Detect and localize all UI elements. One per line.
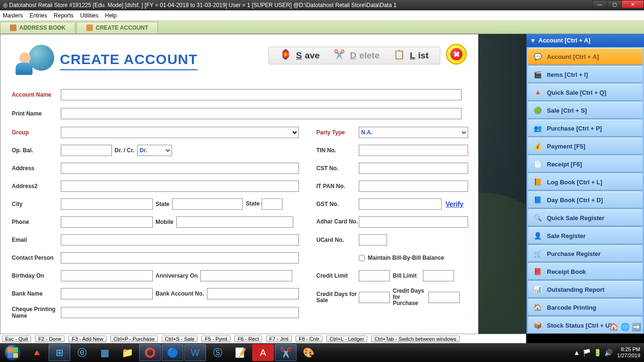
tray-battery-icon[interactable]: 🔋 [594,349,602,356]
sidebar-item-8[interactable]: 📘Day Book [Ctrl + D] [528,191,643,208]
window-close-button[interactable]: ✕ [621,0,644,8]
taskbar-opera-icon[interactable]: ⭕ [139,344,161,361]
sk-f5[interactable]: F5 - Pymt [201,336,231,342]
bankname-input[interactable] [61,288,153,299]
adhar-input[interactable] [359,216,468,228]
label-print-name: Print Name [12,110,61,117]
birthday-input[interactable] [61,270,153,281]
tin-input[interactable] [359,145,468,156]
ucard-input[interactable] [359,234,387,246]
statecode-input[interactable] [262,198,282,210]
drcr-select[interactable]: Dr. [137,145,172,156]
label-adhar: Adhar Card No. [316,219,359,225]
sidebar-item-2[interactable]: 🔺Quick Sale [Ctrl + Q] [528,84,643,101]
sk-f3[interactable]: F3 - Add New [68,336,107,342]
taskbar-snip-icon[interactable]: ✂️ [275,344,297,361]
cdpurchase-input[interactable] [429,292,460,303]
sk-esc[interactable]: Esc - Quit [2,336,31,342]
form-close-button[interactable]: ✖ [446,44,467,65]
sidebar-item-11[interactable]: 🛒Purchase Register [528,245,643,262]
taskbar-skype-icon[interactable]: Ⓢ [207,344,229,361]
taskbar-notes-icon[interactable]: 📝 [230,344,251,361]
menu-reports[interactable]: Reports [54,12,74,19]
opbal-input[interactable] [61,145,112,156]
taskbar-app2-icon[interactable]: ▦ [94,344,116,361]
delete-button[interactable]: ✂️ Delete [334,49,380,62]
group-select[interactable] [61,127,299,138]
taskbar-paint-icon[interactable]: 🎨 [297,344,319,361]
taskbar-ie-icon[interactable]: ⓔ [71,344,93,361]
sidebar-item-10[interactable]: 👤Sale Register [528,227,643,244]
sk-ctrls[interactable]: Ctrl+S - Sale [162,336,198,342]
sk-ctrltab[interactable]: Ctrl+Tab - Switch between windows [371,336,459,342]
address2-input[interactable] [61,181,299,192]
cheque-input[interactable] [61,307,299,318]
sidebar-item-1[interactable]: 🎬Items [Ctrl + I] [528,66,643,83]
cst-input[interactable] [359,163,468,174]
account-name-input[interactable] [61,89,462,100]
sidebar-item-3[interactable]: 🟢Sale [Ctrl + S] [528,102,643,119]
sk-f2[interactable]: F2 - Done [35,336,65,342]
sidebar-item-13[interactable]: 📊Outstanding Report [528,281,643,298]
tray-sound-icon[interactable]: 🔊 [604,349,612,356]
city-input[interactable] [61,198,153,210]
taskbar-adobe-icon[interactable]: A [252,344,274,361]
taskbar-word-icon[interactable]: W [184,344,206,361]
tray-up-icon[interactable]: ▲ [573,349,580,356]
list-button[interactable]: 📋 List [394,49,429,62]
address-input[interactable] [61,163,299,174]
tray-clock[interactable]: 8:25 PM1/27/2019 [617,346,640,359]
tab-address-book[interactable]: ADDRESS BOOK [0,22,75,33]
menu-utilities[interactable]: Utilities [80,12,99,19]
email-input[interactable] [61,234,299,246]
sk-ctrll[interactable]: Ctrl+L - Ledger [326,336,367,342]
gst-input[interactable] [359,198,442,210]
label-anniversary: Anniversary On [153,272,200,279]
bankacct-input[interactable] [207,288,299,299]
maintain-checkbox[interactable] [359,255,365,261]
maximize-button[interactable]: ▢ [607,0,622,8]
menu-help[interactable]: Help [105,12,117,19]
sidebar-item-4[interactable]: 👥Purchase [Ctrl + P] [528,120,643,137]
cdsale-input[interactable] [359,292,390,303]
state-input[interactable] [172,198,243,210]
tray-flag-icon[interactable]: 🏳️ [583,349,591,356]
save-button[interactable]: 🏮 Save [280,49,320,62]
start-button[interactable] [0,343,25,362]
sk-f7[interactable]: F7 - Jrnl [266,336,291,342]
itpan-input[interactable] [359,181,468,192]
sidebar-item-0[interactable]: 💬Account [Ctrl + A] [528,48,643,65]
sidebar-item-6[interactable]: 📄Receipt [F6] [528,156,643,173]
print-name-input[interactable] [61,108,462,119]
sidebar-item-12[interactable]: 📕Receipt Book [528,263,643,280]
mobile-input[interactable] [176,216,293,228]
system-tray: ▲ 🏳️ 🔋 🔊 8:25 PM1/27/2019 [573,346,644,359]
billlimit-input[interactable] [423,270,454,281]
sidebar-item-5[interactable]: 💰Payment [F5] [528,138,643,155]
arrow-icon[interactable]: ➡️ [632,322,640,331]
home-icon[interactable]: 🏠 [609,322,618,331]
contact-input[interactable] [61,252,299,263]
minimize-button[interactable]: — [592,0,607,8]
menu-masters[interactable]: Masters [3,12,23,19]
label-account-name: Account Name [12,91,61,98]
menu-entries[interactable]: Entries [30,12,47,19]
sidebar-item-9[interactable]: 🔍Quick Sale Register [528,209,643,226]
tab-create-account[interactable]: CREATE ACCOUNT [76,22,158,33]
verify-link[interactable]: Verify [446,200,463,208]
taskbar-explorer-icon[interactable]: 📁 [116,344,138,361]
partytype-select[interactable]: N.A. [359,127,468,138]
taskbar-app-icon[interactable]: ⊞ [49,344,70,361]
phone-input[interactable] [61,216,153,228]
sk-ctrlp[interactable]: Ctrl+P - Purchase [110,336,158,342]
taskbar-chrome-icon[interactable]: 🔵 [162,344,183,361]
window-title-text: Datotahost Retail Store #181225 [Edu. Mo… [9,2,396,8]
anniversary-input[interactable] [200,270,292,281]
sk-f6[interactable]: F6 - Rect [234,336,262,342]
creditlimit-input[interactable] [359,270,390,281]
sk-f8[interactable]: F8 - Cntr [296,336,322,342]
sidebar-item-14[interactable]: 🏠Barcode Printing [528,299,643,316]
taskbar-vlc-icon[interactable]: 🔺 [26,344,48,361]
globe-icon[interactable]: 🌐 [620,322,629,331]
sidebar-item-7[interactable]: 📙Log Book [Ctrl + L] [528,173,643,190]
